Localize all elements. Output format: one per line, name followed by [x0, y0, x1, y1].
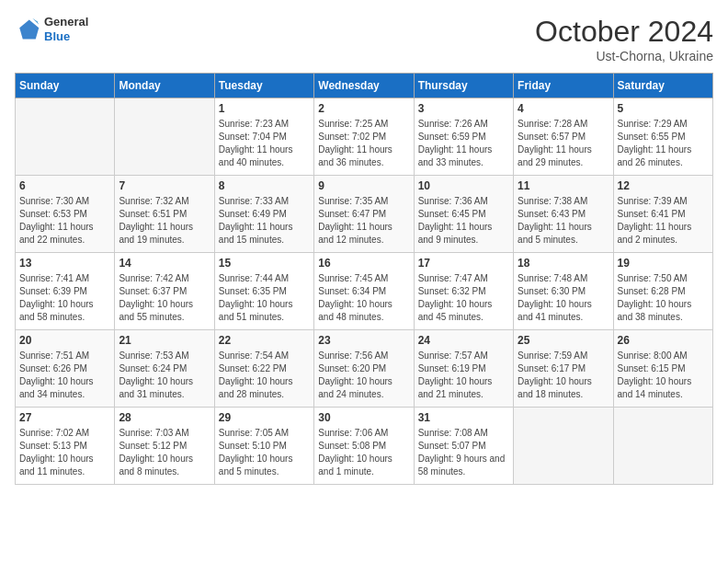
calendar-cell: 29Sunrise: 7:05 AM Sunset: 5:10 PM Dayli…: [214, 408, 313, 485]
day-info: Sunrise: 7:53 AM Sunset: 6:24 PM Dayligh…: [119, 350, 210, 401]
calendar-cell: 6Sunrise: 7:30 AM Sunset: 6:53 PM Daylig…: [16, 176, 115, 253]
day-info: Sunrise: 7:59 AM Sunset: 6:17 PM Dayligh…: [518, 350, 609, 401]
calendar-cell: 21Sunrise: 7:53 AM Sunset: 6:24 PM Dayli…: [115, 330, 214, 408]
day-info: Sunrise: 7:44 AM Sunset: 6:35 PM Dayligh…: [219, 272, 310, 324]
day-info: Sunrise: 7:48 AM Sunset: 6:30 PM Dayligh…: [518, 272, 609, 324]
day-number: 1: [219, 102, 310, 115]
calendar-cell: [613, 408, 712, 485]
day-info: Sunrise: 7:25 AM Sunset: 7:02 PM Dayligh…: [318, 118, 409, 169]
weekday-header-saturday: Saturday: [613, 74, 712, 98]
logo-text: General Blue: [44, 15, 88, 43]
weekday-header-monday: Monday: [115, 74, 214, 98]
day-number: 6: [19, 179, 110, 192]
day-number: 22: [219, 334, 310, 347]
calendar-cell: [115, 98, 214, 176]
day-number: 2: [318, 102, 409, 115]
day-info: Sunrise: 7:54 AM Sunset: 6:22 PM Dayligh…: [219, 350, 310, 401]
calendar-cell: 30Sunrise: 7:06 AM Sunset: 5:08 PM Dayli…: [314, 408, 414, 485]
location-text: Ust-Chorna, Ukraine: [535, 49, 713, 63]
day-info: Sunrise: 7:51 AM Sunset: 6:26 PM Dayligh…: [19, 350, 110, 401]
day-info: Sunrise: 7:33 AM Sunset: 6:49 PM Dayligh…: [219, 195, 310, 247]
calendar-cell: 7Sunrise: 7:32 AM Sunset: 6:51 PM Daylig…: [115, 176, 214, 253]
calendar-cell: 28Sunrise: 7:03 AM Sunset: 5:12 PM Dayli…: [115, 408, 214, 485]
day-number: 9: [318, 179, 409, 192]
calendar-cell: 19Sunrise: 7:50 AM Sunset: 6:28 PM Dayli…: [613, 253, 712, 330]
day-number: 19: [618, 257, 709, 270]
day-info: Sunrise: 7:30 AM Sunset: 6:53 PM Dayligh…: [19, 195, 110, 247]
day-number: 4: [518, 102, 609, 115]
weekday-header-row: SundayMondayTuesdayWednesdayThursdayFrid…: [16, 74, 713, 98]
day-info: Sunrise: 7:28 AM Sunset: 6:57 PM Dayligh…: [518, 118, 609, 169]
day-info: Sunrise: 7:05 AM Sunset: 5:10 PM Dayligh…: [219, 427, 310, 478]
day-number: 11: [518, 179, 609, 192]
logo: General Blue: [15, 15, 88, 43]
month-title: October 2024: [535, 15, 713, 49]
day-number: 8: [219, 179, 310, 192]
logo-icon: [15, 17, 40, 42]
day-info: Sunrise: 7:29 AM Sunset: 6:55 PM Dayligh…: [618, 118, 709, 169]
day-info: Sunrise: 7:32 AM Sunset: 6:51 PM Dayligh…: [119, 195, 210, 247]
day-number: 26: [618, 334, 709, 347]
day-number: 10: [418, 179, 509, 192]
page-header: General Blue October 2024 Ust-Chorna, Uk…: [15, 15, 713, 63]
logo-blue-text: Blue: [44, 29, 88, 44]
day-number: 14: [119, 257, 210, 270]
day-number: 29: [219, 411, 310, 424]
svg-marker-0: [19, 19, 39, 39]
calendar-cell: 16Sunrise: 7:45 AM Sunset: 6:34 PM Dayli…: [314, 253, 414, 330]
calendar-cell: 25Sunrise: 7:59 AM Sunset: 6:17 PM Dayli…: [514, 330, 613, 408]
calendar-cell: 27Sunrise: 7:02 AM Sunset: 5:13 PM Dayli…: [16, 408, 115, 485]
day-number: 12: [618, 179, 709, 192]
day-number: 25: [518, 334, 609, 347]
logo-general-text: General: [44, 15, 88, 29]
day-info: Sunrise: 7:02 AM Sunset: 5:13 PM Dayligh…: [19, 427, 110, 478]
weekday-header-tuesday: Tuesday: [214, 74, 313, 98]
day-number: 27: [19, 411, 110, 424]
weekday-header-wednesday: Wednesday: [314, 74, 414, 98]
day-info: Sunrise: 7:03 AM Sunset: 5:12 PM Dayligh…: [119, 427, 210, 478]
day-number: 30: [318, 411, 409, 424]
calendar-cell: 14Sunrise: 7:42 AM Sunset: 6:37 PM Dayli…: [115, 253, 214, 330]
calendar-cell: 20Sunrise: 7:51 AM Sunset: 6:26 PM Dayli…: [16, 330, 115, 408]
day-info: Sunrise: 7:35 AM Sunset: 6:47 PM Dayligh…: [318, 195, 409, 247]
day-number: 13: [19, 257, 110, 270]
day-info: Sunrise: 7:26 AM Sunset: 6:59 PM Dayligh…: [418, 118, 509, 169]
calendar-cell: 12Sunrise: 7:39 AM Sunset: 6:41 PM Dayli…: [613, 176, 712, 253]
calendar-cell: 31Sunrise: 7:08 AM Sunset: 5:07 PM Dayli…: [414, 408, 513, 485]
calendar-table: SundayMondayTuesdayWednesdayThursdayFrid…: [15, 73, 713, 485]
day-number: 24: [418, 334, 509, 347]
day-number: 3: [418, 102, 509, 115]
day-info: Sunrise: 7:50 AM Sunset: 6:28 PM Dayligh…: [618, 272, 709, 324]
day-info: Sunrise: 7:45 AM Sunset: 6:34 PM Dayligh…: [318, 272, 409, 324]
day-info: Sunrise: 7:06 AM Sunset: 5:08 PM Dayligh…: [318, 427, 409, 478]
calendar-cell: 8Sunrise: 7:33 AM Sunset: 6:49 PM Daylig…: [214, 176, 313, 253]
calendar-cell: 4Sunrise: 7:28 AM Sunset: 6:57 PM Daylig…: [514, 98, 613, 176]
calendar-cell: 18Sunrise: 7:48 AM Sunset: 6:30 PM Dayli…: [514, 253, 613, 330]
day-info: Sunrise: 7:39 AM Sunset: 6:41 PM Dayligh…: [618, 195, 709, 247]
calendar-cell: 15Sunrise: 7:44 AM Sunset: 6:35 PM Dayli…: [214, 253, 313, 330]
weekday-header-sunday: Sunday: [16, 74, 115, 98]
calendar-cell: 23Sunrise: 7:56 AM Sunset: 6:20 PM Dayli…: [314, 330, 414, 408]
calendar-cell: 26Sunrise: 8:00 AM Sunset: 6:15 PM Dayli…: [613, 330, 712, 408]
weekday-header-friday: Friday: [514, 74, 613, 98]
calendar-week-row: 27Sunrise: 7:02 AM Sunset: 5:13 PM Dayli…: [16, 408, 713, 485]
calendar-cell: 17Sunrise: 7:47 AM Sunset: 6:32 PM Dayli…: [414, 253, 513, 330]
calendar-week-row: 6Sunrise: 7:30 AM Sunset: 6:53 PM Daylig…: [16, 176, 713, 253]
day-info: Sunrise: 7:08 AM Sunset: 5:07 PM Dayligh…: [418, 427, 509, 478]
day-info: Sunrise: 7:36 AM Sunset: 6:45 PM Dayligh…: [418, 195, 509, 247]
calendar-cell: 2Sunrise: 7:25 AM Sunset: 7:02 PM Daylig…: [314, 98, 414, 176]
calendar-cell: 1Sunrise: 7:23 AM Sunset: 7:04 PM Daylig…: [214, 98, 313, 176]
day-number: 28: [119, 411, 210, 424]
calendar-week-row: 13Sunrise: 7:41 AM Sunset: 6:39 PM Dayli…: [16, 253, 713, 330]
calendar-cell: 11Sunrise: 7:38 AM Sunset: 6:43 PM Dayli…: [514, 176, 613, 253]
day-number: 18: [518, 257, 609, 270]
title-block: October 2024 Ust-Chorna, Ukraine: [535, 15, 713, 63]
day-info: Sunrise: 8:00 AM Sunset: 6:15 PM Dayligh…: [618, 350, 709, 401]
day-number: 16: [318, 257, 409, 270]
weekday-header-thursday: Thursday: [414, 74, 513, 98]
calendar-cell: 5Sunrise: 7:29 AM Sunset: 6:55 PM Daylig…: [613, 98, 712, 176]
calendar-cell: 22Sunrise: 7:54 AM Sunset: 6:22 PM Dayli…: [214, 330, 313, 408]
day-number: 7: [119, 179, 210, 192]
day-number: 31: [418, 411, 509, 424]
day-info: Sunrise: 7:42 AM Sunset: 6:37 PM Dayligh…: [119, 272, 210, 324]
